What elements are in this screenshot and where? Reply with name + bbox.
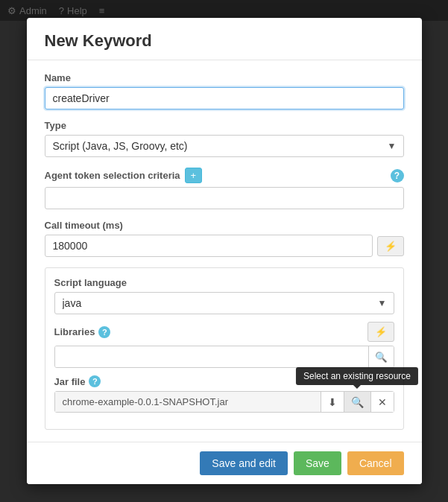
jar-clear-button[interactable]: ✕ — [370, 392, 394, 412]
save-edit-button[interactable]: Save and edit — [200, 451, 288, 475]
libraries-search-button[interactable]: 🔍 — [368, 346, 394, 367]
type-select[interactable]: Script (Java, JS, Groovy, etc)GeneralWeb — [45, 135, 404, 157]
script-language-select[interactable]: java javascript groovy — [54, 292, 394, 314]
modal-title: New Keyword — [45, 31, 404, 51]
new-keyword-modal: New Keyword Name Type Script (Java, JS, … — [27, 18, 422, 484]
save-button[interactable]: Save — [294, 451, 341, 475]
agent-token-label: Agent token selection criteria — [45, 170, 180, 181]
libraries-help-icon[interactable]: ? — [98, 326, 110, 338]
name-input[interactable] — [45, 87, 404, 109]
call-timeout-input[interactable] — [45, 235, 373, 257]
script-section: Script language java javascript groovy ▼ — [45, 267, 404, 430]
timeout-wrapper: ⚡ — [45, 235, 404, 257]
jar-file-input[interactable] — [55, 392, 321, 412]
jar-download-button[interactable]: ⬇ — [321, 392, 344, 412]
script-language-select-wrapper: java javascript groovy ▼ — [54, 292, 394, 314]
jar-input-wrapper: ⬇ 🔍 Select an existing resource ✕ — [54, 391, 394, 413]
call-timeout-label: Call timeout (ms) — [45, 220, 404, 231]
modal-body: Name Type Script (Java, JS, Groovy, etc)… — [27, 60, 422, 442]
agent-token-help-icon[interactable]: ? — [391, 169, 404, 182]
add-agent-token-button[interactable]: + — [185, 168, 203, 183]
call-timeout-group: Call timeout (ms) ⚡ — [45, 220, 404, 257]
script-language-label: Script language — [54, 277, 394, 288]
modal-overlay: New Keyword Name Type Script (Java, JS, … — [0, 0, 448, 502]
cancel-button[interactable]: Cancel — [347, 451, 404, 475]
jar-search-button[interactable]: 🔍 Select an existing resource — [344, 392, 370, 412]
libraries-group: Libraries ? ⚡ 🔍 — [54, 322, 394, 368]
jar-file-group: Jar file ? ⬇ 🔍 Select an existing resour… — [54, 375, 394, 413]
jar-file-help-icon[interactable]: ? — [89, 375, 101, 387]
timeout-lightning-button[interactable]: ⚡ — [377, 236, 404, 256]
jar-file-label: Jar file — [54, 376, 86, 387]
libraries-input[interactable] — [55, 346, 368, 367]
name-group: Name — [45, 72, 404, 109]
script-language-group: Script language java javascript groovy ▼ — [54, 277, 394, 314]
agent-token-input[interactable] — [45, 187, 404, 209]
modal-header: New Keyword — [27, 18, 422, 60]
name-label: Name — [45, 72, 404, 83]
libraries-label: Libraries — [54, 326, 95, 337]
type-group: Type Script (Java, JS, Groovy, etc)Gener… — [45, 120, 404, 157]
agent-token-row: Agent token selection criteria + ? — [45, 168, 404, 183]
type-label: Type — [45, 120, 404, 131]
libraries-input-wrap: 🔍 — [54, 346, 394, 368]
libraries-lightning-button[interactable]: ⚡ — [367, 322, 394, 342]
type-select-wrapper: Script (Java, JS, Groovy, etc)GeneralWeb… — [45, 135, 404, 157]
agent-token-group: Agent token selection criteria + ? — [45, 168, 404, 209]
modal-footer: Save and edit Save Cancel — [27, 442, 422, 484]
jar-btn-group: ⬇ 🔍 Select an existing resource ✕ — [54, 391, 394, 413]
